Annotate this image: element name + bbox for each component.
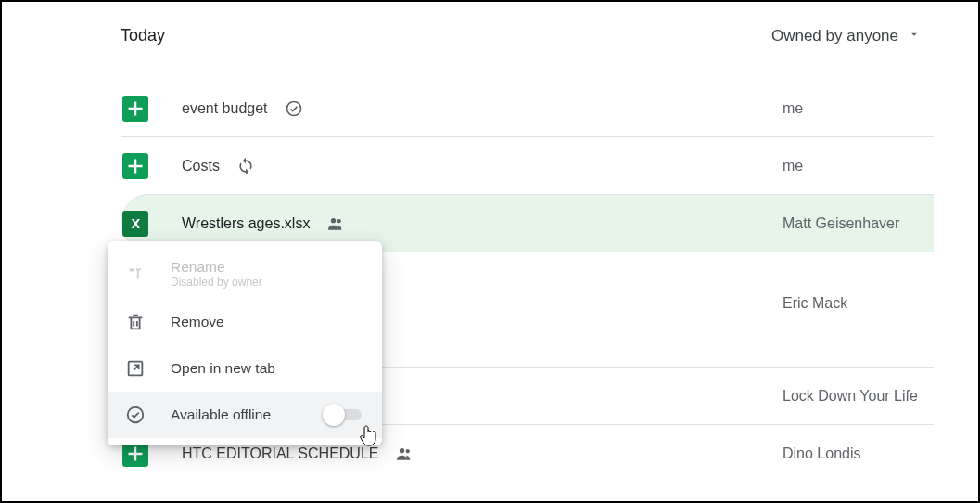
rename-icon <box>124 263 146 285</box>
svg-point-6 <box>331 218 336 223</box>
toggle-thumb <box>323 404 345 426</box>
menu-label: Rename Disabled by owner <box>171 259 262 290</box>
menu-remove[interactable]: Remove <box>108 299 382 345</box>
caret-down-icon <box>908 27 921 45</box>
file-owner: Dino Londis <box>783 445 861 462</box>
owner-filter-dropdown[interactable]: Owned by anyone <box>771 27 934 45</box>
file-owner: Lock Down Your Life <box>783 388 918 405</box>
file-name: HTC EDITORIAL SCHEDULE <box>182 445 378 462</box>
file-owner: Matt Geisenhaver <box>783 215 899 232</box>
menu-label: Remove <box>171 314 224 330</box>
file-owner: me <box>783 158 803 174</box>
trash-icon <box>124 311 146 333</box>
open-new-tab-icon <box>124 357 146 380</box>
section-header: Today Owned by anyone <box>121 26 934 45</box>
offline-toggle[interactable] <box>323 402 365 428</box>
file-row[interactable]: event budget me <box>121 79 934 136</box>
svg-point-11 <box>406 448 410 452</box>
svg-point-7 <box>337 218 341 222</box>
menu-rename: Rename Disabled by owner <box>108 249 382 299</box>
file-owner: Eric Mack <box>783 295 847 312</box>
sync-icon <box>236 157 255 175</box>
svg-rect-9 <box>129 452 143 455</box>
shared-icon <box>395 445 414 463</box>
menu-open-new-tab[interactable]: Open in new tab <box>108 345 382 392</box>
offline-available-icon <box>285 99 303 118</box>
sheets-file-icon <box>122 96 148 122</box>
file-row[interactable]: Costs me <box>121 136 934 194</box>
file-owner: me <box>783 100 803 117</box>
menu-label: Open in new tab <box>171 360 275 377</box>
xlsx-file-icon <box>122 211 148 237</box>
file-name: Costs <box>182 158 220 174</box>
section-title: Today <box>121 26 165 45</box>
menu-available-offline[interactable]: Available offline <box>108 392 382 438</box>
file-name: event budget <box>182 100 268 117</box>
shared-icon <box>326 214 345 233</box>
offline-icon <box>124 404 146 426</box>
context-menu: Rename Disabled by owner Remove Open in … <box>108 241 382 445</box>
svg-point-13 <box>128 407 144 423</box>
sheets-file-icon <box>122 153 148 179</box>
owner-filter-label: Owned by anyone <box>771 27 898 45</box>
svg-rect-2 <box>129 107 143 110</box>
menu-label: Available offline <box>171 406 271 423</box>
svg-rect-5 <box>129 164 143 167</box>
svg-point-10 <box>400 448 404 453</box>
svg-point-3 <box>286 101 300 115</box>
file-name: Wrestlers ages.xlsx <box>182 215 310 232</box>
